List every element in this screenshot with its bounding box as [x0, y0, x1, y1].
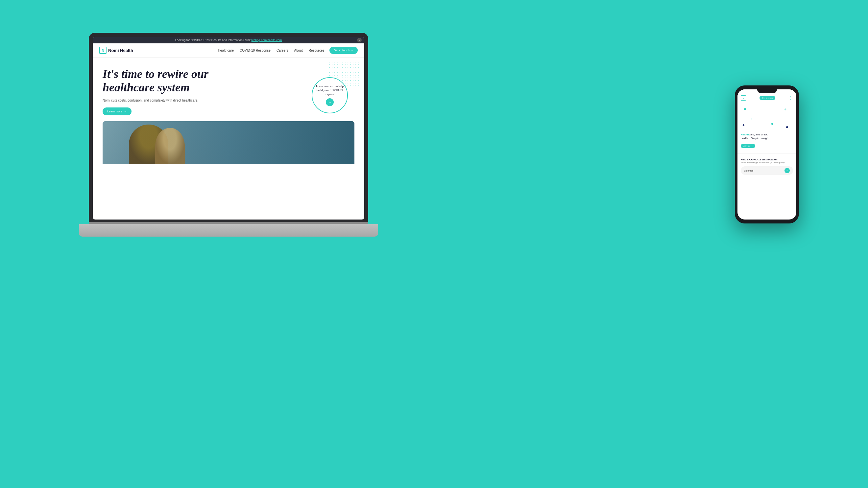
phone-state-arrow-button[interactable]: → — [784, 168, 790, 173]
deco-dot-teal-1 — [744, 108, 746, 110]
scene: Looking for COVID-19 Test Results and In… — [0, 0, 868, 488]
phone-covid-title: Find a COVID 19 test location — [741, 158, 793, 161]
logo-icon: N — [99, 47, 106, 54]
learn-more-button[interactable]: Learn more → — [102, 107, 131, 115]
laptop-body: Looking for COVID-19 Test Results and In… — [89, 33, 368, 224]
deco-plus-teal-1: + — [784, 106, 786, 112]
covid-circle-arrow: → — [326, 98, 334, 106]
deco-dot-blue-1 — [786, 126, 788, 128]
phone-decorations: + + + — [741, 105, 793, 131]
hero-title: It's time to rewire our healthcare syste… — [102, 67, 260, 95]
navbar: N Nomi Health Healthcare COVID-19 Respon… — [93, 43, 364, 58]
nav-link-careers[interactable]: Careers — [277, 48, 288, 52]
get-in-touch-button[interactable]: Get in touch → — [330, 47, 358, 54]
phone-tagline-black-1: ard, and direct. — [750, 133, 768, 136]
phone-screen: N Get in touch ⋮ + + + — [738, 89, 796, 220]
laptop-screen: Looking for COVID-19 Test Results and In… — [93, 37, 364, 220]
nav-link-resources[interactable]: Resources — [309, 48, 324, 52]
phone-tagline: Healthcard, and direct. ould be. Simple,… — [741, 133, 793, 140]
logo[interactable]: N Nomi Health — [99, 47, 133, 54]
phone-tagline-teal-1: Healthc — [741, 133, 750, 136]
phone-covid-subtitle: Select a state to get the answers you ne… — [741, 162, 793, 164]
phone: N Get in touch ⋮ + + + — [735, 86, 799, 224]
phone-menu-icon[interactable]: ⋮ — [789, 96, 793, 101]
deco-plus-teal-2: + — [751, 116, 753, 122]
nav-link-healthcare[interactable]: Healthcare — [218, 48, 234, 52]
phone-join-arrow: → — [751, 145, 753, 147]
phone-get-in-touch-button[interactable]: Get in touch — [760, 96, 775, 100]
nav-cta-arrow: → — [351, 48, 354, 52]
covid-circle-text: Learn how we can help build your COVID-1… — [316, 85, 344, 96]
covid-circle-cta[interactable]: Learn how we can help build your COVID-1… — [312, 77, 348, 113]
phone-logo: N — [741, 95, 746, 101]
hero-image — [102, 121, 354, 164]
person-2 — [155, 128, 185, 164]
close-button[interactable]: × — [357, 38, 362, 42]
notif-link[interactable]: testing.nomihealth.com — [251, 38, 282, 42]
phone-state-selector[interactable]: Colorado → — [741, 166, 793, 175]
phone-body: N Get in touch ⋮ + + + — [735, 86, 799, 224]
phone-covid-section: Find a COVID 19 test location Select a s… — [738, 156, 796, 177]
phone-join-button[interactable]: Join us → — [741, 144, 755, 148]
phone-tagline-black-2: ould be. Simple, straigh — [741, 137, 768, 140]
phone-notch — [757, 88, 777, 93]
phone-divider — [738, 153, 796, 154]
logo-name: Nomi Health — [108, 48, 133, 53]
phone-state-value: Colorado — [744, 169, 753, 172]
nav-links: Healthcare COVID-19 Response Careers Abo… — [218, 48, 324, 52]
laptop-base — [79, 224, 378, 237]
phone-hero: + + + Healthcard, and direct. ould be. S… — [738, 102, 796, 151]
deco-dot-teal-2 — [771, 123, 773, 125]
hero-section: Learn how we can help build your COVID-1… — [93, 58, 364, 220]
nav-link-about[interactable]: About — [294, 48, 303, 52]
learn-more-arrow: → — [124, 110, 127, 113]
laptop: Looking for COVID-19 Test Results and In… — [89, 33, 368, 237]
phone-join-label: Join us — [743, 145, 750, 147]
nav-link-covid[interactable]: COVID-19 Response — [240, 48, 271, 52]
learn-more-label: Learn more — [107, 110, 122, 113]
notif-text: Looking for COVID-19 Test Results and In… — [175, 38, 282, 42]
nav-cta-label: Get in touch — [333, 48, 349, 52]
notification-bar: Looking for COVID-19 Test Results and In… — [93, 37, 364, 43]
deco-plus-dark-1: + — [742, 123, 745, 128]
